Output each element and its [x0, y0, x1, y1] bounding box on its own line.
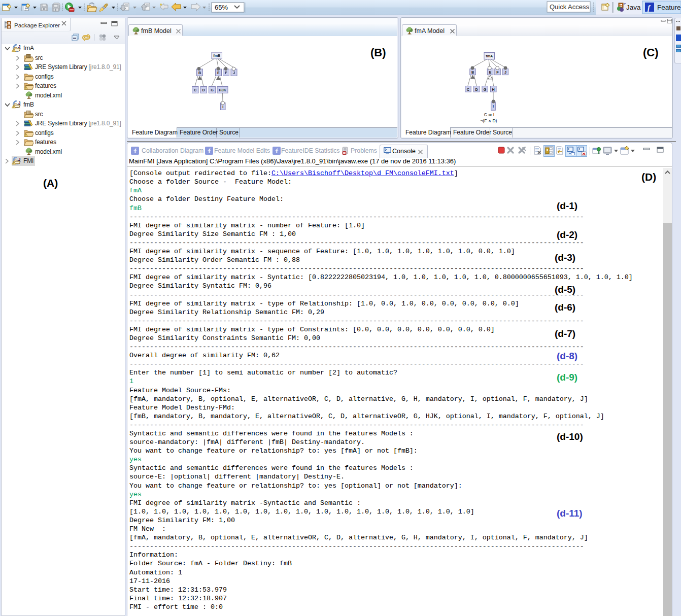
svg-text:fmA: fmA — [486, 54, 493, 58]
svg-text:E: E — [217, 71, 220, 75]
svg-text:B: B — [471, 70, 474, 75]
svg-text:D: D — [202, 88, 205, 92]
svg-text:E: E — [489, 70, 492, 75]
svg-text:H: H — [492, 87, 495, 92]
svg-text:C ⇒ I: C ⇒ I — [484, 112, 494, 117]
svg-text:HJK: HJK — [219, 88, 226, 92]
svg-text:F: F — [496, 70, 499, 75]
svg-text:C: C — [194, 88, 196, 92]
svg-text:Quick Access: Quick Access — [550, 3, 590, 11]
svg-text:¬(F ∧ D): ¬(F ∧ D) — [481, 118, 497, 123]
svg-text:J: J — [504, 70, 506, 75]
svg-text:C: C — [467, 87, 469, 92]
svg-text:F: F — [225, 71, 227, 75]
svg-text:FeatureID: FeatureID — [657, 4, 681, 11]
svg-text:fmB: fmB — [213, 53, 220, 58]
svg-text:B: B — [198, 71, 201, 75]
svg-text:I: I — [222, 105, 223, 109]
svg-text:D: D — [475, 87, 478, 92]
svg-text:G: G — [211, 88, 214, 92]
svg-text:65%: 65% — [215, 4, 228, 11]
svg-text:J: J — [233, 71, 235, 75]
svg-text:G: G — [484, 87, 487, 92]
svg-text:I: I — [493, 104, 494, 109]
svg-text:Java: Java — [626, 4, 641, 11]
